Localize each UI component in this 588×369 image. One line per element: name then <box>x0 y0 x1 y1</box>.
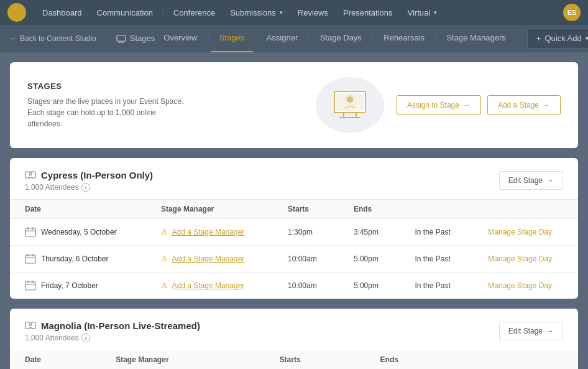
assign-to-stage-button[interactable]: Assign to Stage → <box>397 95 481 115</box>
col-header-ends: Ends <box>339 200 400 219</box>
hero-title: STAGES <box>27 82 303 91</box>
nav-item-conference[interactable]: Conference <box>166 0 223 25</box>
nav-item-communication[interactable]: Communication <box>90 0 160 25</box>
col-header-status <box>400 200 473 219</box>
stages-hero-card: STAGES Stages are the live places in you… <box>10 62 578 148</box>
col-header-action <box>519 350 578 370</box>
magnolia-stage-title-area: Magnolia (In-Person Live-Streamed) 1,000… <box>25 320 499 342</box>
back-arrow-icon: ← <box>10 34 17 43</box>
nav-item-submissions[interactable]: Submissions ▾ <box>223 0 290 25</box>
main-content: STAGES Stages are the live places in you… <box>0 52 588 369</box>
date-cell: Friday, 7 October <box>10 273 146 299</box>
sub-nav-stage-managers[interactable]: Stage Managers <box>438 25 514 52</box>
action-cell: Manage Stage Day <box>473 219 578 246</box>
svg-rect-13 <box>25 228 35 236</box>
date-cell: Thursday, 6 October <box>10 246 146 273</box>
edit-arrow-icon: → <box>546 176 554 185</box>
add-arrow-icon: → <box>543 101 550 110</box>
plus-icon: + <box>536 34 541 43</box>
starts-cell: 10:00am <box>273 246 339 273</box>
col-header-action <box>473 200 578 219</box>
attendees-info-icon: i <box>81 334 90 342</box>
sub-nav-links: Overview | Stages | Assigner | Stage Day… <box>155 25 588 52</box>
stage-manager-cell: ⚠ Add a Stage Manager <box>146 219 273 246</box>
status-cell: In the Past <box>400 273 473 299</box>
col-header-date: Date <box>10 350 101 370</box>
add-stage-manager-link[interactable]: Add a Stage Manager <box>172 228 245 236</box>
col-header-starts: Starts <box>273 200 339 219</box>
quick-add-button[interactable]: + Quick Add ▾ <box>527 29 588 49</box>
top-navigation: Dashboard Communication Conference Submi… <box>0 0 588 25</box>
user-avatar[interactable]: ES <box>563 4 581 21</box>
svg-point-26 <box>29 324 32 326</box>
nav-item-dashboard[interactable]: Dashboard <box>35 0 90 25</box>
stage-manager-cell: ⚠ Add a Stage Manager <box>146 246 273 273</box>
stage-livestream-icon <box>25 320 36 331</box>
hero-description: Stages are the live places in your Event… <box>27 96 189 129</box>
warn-icon: ⚠ <box>161 255 168 263</box>
magnolia-stage-table: Date Stage Manager Starts Ends <box>10 350 578 369</box>
cypress-stage-table: Date Stage Manager Starts Ends <box>10 199 578 299</box>
add-a-stage-button[interactable]: Add a Stage → <box>487 95 561 115</box>
sub-nav-assigner[interactable]: Assigner <box>258 25 307 52</box>
manage-stage-day-link[interactable]: Manage Stage Day <box>488 255 552 263</box>
cypress-edit-stage-button[interactable]: Edit Stage → <box>499 171 563 190</box>
sub-nav-rehearsals[interactable]: Rehearsals <box>375 25 433 52</box>
nav-item-reviews[interactable]: Reviews <box>290 0 336 25</box>
calendar-icon <box>25 280 36 291</box>
nav-items: Dashboard Communication Conference Submi… <box>35 0 563 25</box>
col-header-date: Date <box>10 200 146 219</box>
table-row: Wednesday, 5 October ⚠ Add a Stage Manag… <box>10 219 578 246</box>
magnolia-edit-stage-button[interactable]: Edit Stage → <box>499 322 563 340</box>
ends-cell: 5:00pm <box>339 273 400 299</box>
nav-item-virtual[interactable]: Virtual ▾ <box>400 0 444 25</box>
add-stage-manager-link[interactable]: Add a Stage Manager <box>172 281 245 290</box>
svg-rect-1 <box>117 35 126 41</box>
add-stage-manager-link[interactable]: Add a Stage Manager <box>172 255 245 263</box>
cypress-stage-header: Cypress (In-Person Only) 1,000 Attendees… <box>10 158 578 199</box>
calendar-icon <box>25 227 36 238</box>
edit-arrow-icon: → <box>546 327 554 335</box>
stages-section-label: Stages <box>116 34 155 44</box>
starts-cell: 10:00am <box>273 273 339 299</box>
magnolia-stage-name: Magnolia (In-Person Live-Streamed) <box>25 320 499 331</box>
col-header-starts: Starts <box>265 350 365 370</box>
virtual-dropdown-arrow: ▾ <box>434 9 437 16</box>
ends-cell: 3:45pm <box>339 219 400 246</box>
submissions-dropdown-arrow: ▾ <box>280 9 283 16</box>
sub-nav-stage-days[interactable]: Stage Days <box>311 25 370 52</box>
stage-person-icon <box>25 169 36 180</box>
attendees-info-icon: i <box>81 183 90 192</box>
magnolia-attendees: 1,000 Attendees i <box>25 334 499 342</box>
app-logo[interactable] <box>7 3 26 22</box>
manage-stage-day-link[interactable]: Manage Stage Day <box>488 228 552 236</box>
sub-nav-overview[interactable]: Overview <box>155 25 206 52</box>
cypress-attendees: 1,000 Attendees i <box>25 183 499 192</box>
action-cell: Manage Stage Day <box>473 246 578 273</box>
svg-point-12 <box>29 173 32 175</box>
manage-stage-day-link[interactable]: Manage Stage Day <box>488 281 552 290</box>
table-row: Friday, 7 October ⚠ Add a Stage Manager … <box>10 273 578 299</box>
nav-item-presentations[interactable]: Presentations <box>336 0 400 25</box>
back-to-content-studio[interactable]: ← Back to Content Studio <box>10 34 96 43</box>
cypress-stage-card: Cypress (In-Person Only) 1,000 Attendees… <box>10 158 578 299</box>
status-cell: In the Past <box>400 219 473 246</box>
col-header-stage-manager: Stage Manager <box>146 200 273 219</box>
date-cell: Wednesday, 5 October <box>10 219 146 246</box>
stages-section-icon <box>116 34 126 44</box>
hero-illustration <box>316 77 384 133</box>
cypress-stage-title-area: Cypress (In-Person Only) 1,000 Attendees… <box>25 169 499 192</box>
magnolia-stage-header: Magnolia (In-Person Live-Streamed) 1,000… <box>10 309 578 350</box>
action-cell: Manage Stage Day <box>473 273 578 299</box>
hero-buttons: Assign to Stage → Add a Stage → <box>397 95 561 115</box>
col-header-ends: Ends <box>365 350 461 370</box>
svg-rect-21 <box>25 282 35 290</box>
monitor-illustration-icon <box>328 86 372 124</box>
svg-rect-17 <box>25 255 35 263</box>
warn-icon: ⚠ <box>161 281 168 290</box>
sub-nav-stages[interactable]: Stages <box>211 25 253 52</box>
calendar-icon <box>25 253 36 264</box>
warn-icon: ⚠ <box>161 228 168 236</box>
magnolia-stage-card: Magnolia (In-Person Live-Streamed) 1,000… <box>10 309 578 369</box>
table-row: Thursday, 6 October ⚠ Add a Stage Manage… <box>10 246 578 273</box>
